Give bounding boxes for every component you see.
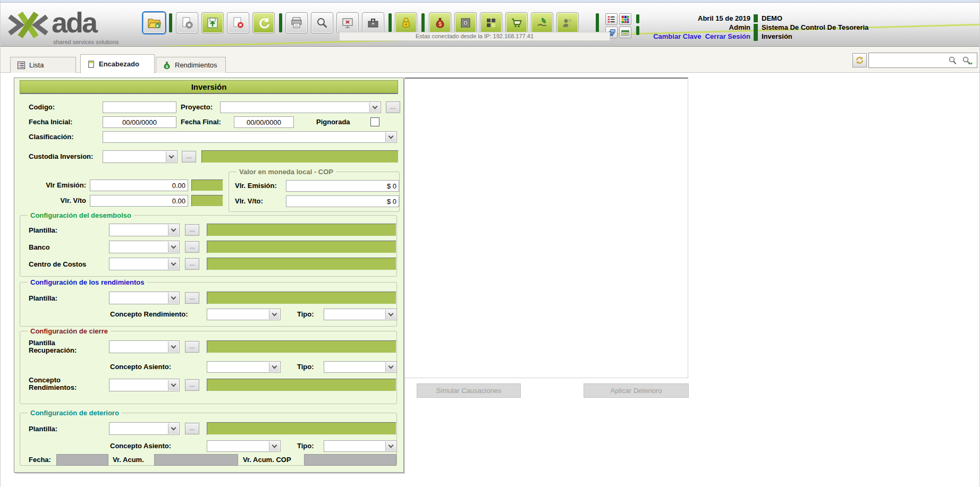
vlr-vto-input[interactable] (90, 195, 188, 207)
shopping-cart-button[interactable] (505, 12, 528, 33)
banco-label: Banco (29, 243, 50, 251)
chevron-down-icon[interactable] (385, 310, 396, 319)
clasificacion-select[interactable] (103, 131, 397, 143)
deterioro-fecha-label: Fecha: (29, 456, 51, 464)
deterioro-plantilla-browse-button[interactable]: ... (185, 423, 199, 434)
rendimientos-plantilla-select[interactable] (109, 292, 180, 304)
concepto-rendimientos-browse-button[interactable]: ... (185, 379, 199, 391)
deterioro-concepto-asiento-select[interactable] (207, 440, 281, 452)
search-next-icon[interactable] (961, 56, 973, 65)
chevron-down-icon[interactable] (385, 362, 396, 372)
rendimientos-tipo-label: Tipo: (297, 310, 314, 318)
cierre-tipo-select[interactable] (324, 361, 397, 373)
lock-button[interactable] (395, 12, 417, 33)
chevron-down-icon[interactable] (166, 151, 176, 162)
chevron-down-icon[interactable] (269, 310, 280, 319)
logo-arrows-icon (7, 10, 49, 40)
concepto-rendimientos-label: Concepto Rendimientos: (29, 377, 77, 391)
new-record-button[interactable] (176, 12, 198, 33)
deterioro-tipo-label: Tipo: (297, 442, 314, 450)
safe-icon (459, 16, 472, 29)
custodia-browse-button[interactable]: ... (182, 151, 196, 163)
cierre-concepto-asiento-label: Concepto Asiento: (110, 363, 171, 371)
deterioro-tipo-select[interactable] (324, 440, 397, 452)
aplicar-deterioro-button[interactable]: Aplicar Deterioro (584, 383, 689, 398)
proyecto-select[interactable] (220, 101, 381, 113)
codigo-input[interactable] (103, 101, 176, 113)
tab-encabezado[interactable]: Encabezado (80, 54, 155, 73)
shopping-cart-icon (510, 16, 523, 29)
centro-costos-select[interactable] (109, 258, 180, 270)
refresh-button[interactable] (852, 53, 867, 67)
fecha-inicial-input[interactable] (103, 116, 176, 128)
chevron-down-icon[interactable] (168, 423, 179, 434)
tools-button[interactable] (362, 12, 384, 33)
vr-acum-cop-label: Vr. Acum. COP (243, 456, 291, 464)
simular-causaciones-button[interactable]: Simular Causaciones (417, 383, 521, 398)
concepto-rendimiento-select[interactable] (207, 309, 281, 320)
search-button[interactable] (311, 12, 333, 33)
chevron-down-icon[interactable] (385, 441, 396, 451)
chevron-down-icon[interactable] (168, 242, 179, 252)
eco-hand-icon (536, 16, 548, 29)
chevron-down-icon[interactable] (369, 102, 380, 112)
save-button[interactable] (201, 12, 224, 33)
safe-button[interactable] (454, 12, 477, 33)
concepto-rendimientos-select[interactable] (109, 379, 180, 391)
plantilla-recuperacion-select[interactable] (109, 340, 180, 353)
cop-vlr-vto-input[interactable] (286, 195, 399, 207)
chevron-down-icon[interactable] (168, 293, 179, 303)
delete-button[interactable] (227, 12, 249, 33)
change-password-link[interactable]: Cambiar Clave (653, 32, 701, 40)
custodia-description-field (201, 150, 399, 163)
undo-button[interactable] (252, 12, 275, 33)
proyecto-browse-button[interactable]: ... (386, 101, 400, 113)
money-bag-button[interactable]: $ (429, 12, 451, 33)
pignorada-checkbox[interactable] (370, 117, 379, 126)
session-company: DEMO (762, 14, 782, 23)
desembolso-plantilla-browse-button[interactable]: ... (185, 224, 199, 236)
cop-vlr-emision-input[interactable] (286, 180, 399, 192)
toolbar-separator (388, 13, 392, 32)
chevron-down-icon[interactable] (269, 362, 280, 372)
refresh-icon (855, 56, 864, 65)
search-icon[interactable] (948, 56, 957, 65)
deterioro-plantilla-field (207, 422, 396, 435)
cierre-tipo-label: Tipo: (297, 363, 314, 371)
vr-acum-field (154, 454, 238, 466)
session-date: Abril 15 de 2019 (580, 14, 750, 23)
clasificacion-label: Clasificación: (29, 133, 74, 141)
chevron-down-icon[interactable] (168, 341, 179, 352)
rendimientos-plantilla-browse-button[interactable]: ... (185, 292, 199, 304)
export-button[interactable] (336, 12, 359, 33)
eco-hand-button[interactable] (531, 12, 553, 33)
deterioro-plantilla-select[interactable] (109, 422, 180, 435)
chevron-down-icon[interactable] (269, 441, 280, 451)
chevron-down-icon[interactable] (168, 380, 179, 390)
modules-button[interactable] (480, 12, 502, 33)
form-title: Inversión (20, 80, 398, 94)
custodia-select[interactable] (103, 150, 178, 163)
banco-browse-button[interactable]: ... (185, 241, 199, 253)
centro-costos-browse-button[interactable]: ... (185, 258, 199, 270)
cierre-group-title: Configuración de cierre (28, 327, 111, 335)
concepto-rendimiento-label: Concepto Rendimiento: (110, 310, 188, 318)
banco-select[interactable] (109, 241, 180, 253)
logout-link[interactable]: Cerrar Sesión (705, 32, 750, 40)
rendimientos-tipo-select[interactable] (324, 309, 397, 320)
desembolso-plantilla-select[interactable] (109, 224, 180, 236)
chevron-down-icon[interactable] (168, 259, 179, 269)
users-button[interactable] (556, 12, 579, 33)
chevron-down-icon[interactable] (168, 225, 179, 235)
plantilla-recuperacion-browse-button[interactable]: ... (185, 341, 199, 353)
tab-lista[interactable]: Lista (10, 57, 76, 73)
open-folder-button[interactable] (143, 12, 165, 33)
open-folder-icon (147, 16, 161, 29)
cierre-concepto-asiento-select[interactable] (207, 361, 281, 373)
vlr-emision-input[interactable] (90, 180, 188, 191)
tab-rendimientos[interactable]: $ Rendimientos (156, 57, 226, 73)
chevron-down-icon[interactable] (385, 132, 396, 142)
print-button[interactable] (285, 12, 308, 33)
fecha-final-input[interactable] (234, 116, 294, 128)
plantilla-recuperacion-field (207, 340, 396, 353)
